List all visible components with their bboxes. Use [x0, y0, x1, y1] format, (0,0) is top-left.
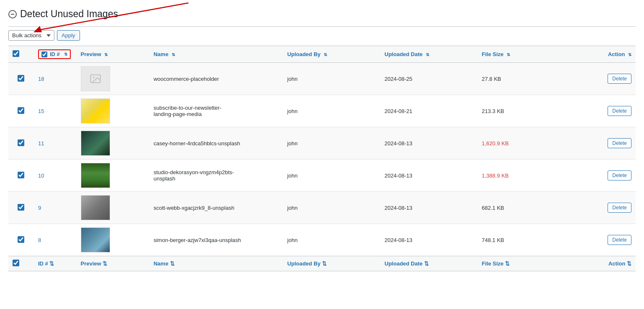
id-link[interactable]: 15	[38, 108, 44, 114]
select-all-checkbox[interactable]	[13, 50, 19, 57]
row-checkbox-cell	[8, 63, 34, 95]
row-id: 8	[34, 224, 77, 256]
row-file-size: 748.1 KB	[478, 224, 575, 256]
row-id: 10	[34, 160, 77, 192]
row-checkbox[interactable]	[18, 107, 24, 114]
footer-preview[interactable]: Preview ⇅	[77, 256, 149, 271]
header-id-checkbox[interactable]	[41, 52, 47, 57]
row-id: 18	[34, 63, 77, 95]
row-name: scott-webb-xgacjzrk9_8-unsplash	[149, 192, 283, 224]
row-checkbox[interactable]	[18, 139, 24, 146]
delete-button[interactable]: Delete	[608, 235, 631, 245]
row-preview	[77, 224, 149, 256]
footer-file-size[interactable]: File Size ⇅	[478, 256, 575, 271]
row-action-cell: Delete	[575, 95, 636, 127]
row-uploaded-date: 2024-08-21	[380, 95, 477, 127]
header-name[interactable]: Name ⇅	[149, 46, 283, 63]
divider	[8, 26, 636, 27]
apply-button[interactable]: Apply	[57, 30, 80, 41]
header-file-size[interactable]: File Size ⇅	[478, 46, 575, 63]
row-id: 11	[34, 127, 77, 160]
id-link[interactable]: 10	[38, 173, 44, 179]
footer-id[interactable]: ID # ⇅	[34, 256, 77, 271]
row-checkbox[interactable]	[18, 172, 24, 178]
row-name: subscribe-to-our-newsletter-landing-page…	[149, 95, 283, 127]
row-preview	[77, 63, 149, 95]
row-action-cell: Delete	[575, 160, 636, 192]
collapse-icon[interactable]	[8, 10, 17, 18]
header-uploaded-date[interactable]: Uploaded Date ⇅	[380, 46, 477, 63]
table-row: 8 simon-berger-azjw7xi3qaa-unsplash john…	[8, 224, 636, 256]
footer-uploaded-by[interactable]: Uploaded By ⇅	[283, 256, 380, 271]
images-table: ID # ⇅ Preview ⇅ Name ⇅ Uploaded By ⇅	[8, 46, 636, 271]
id-link[interactable]: 11	[38, 140, 44, 147]
delete-button[interactable]: Delete	[608, 170, 631, 180]
row-uploaded-by: john	[283, 95, 380, 127]
row-uploaded-by: john	[283, 127, 380, 160]
row-action-cell: Delete	[575, 192, 636, 224]
header-preview[interactable]: Preview ⇅	[77, 46, 149, 63]
delete-button[interactable]: Delete	[608, 203, 631, 213]
row-name: simon-berger-azjw7xi3qaa-unsplash	[149, 224, 283, 256]
row-uploaded-by: john	[283, 224, 380, 256]
page-title: Detect Unused Images	[8, 8, 636, 20]
row-checkbox-cell	[8, 95, 34, 127]
row-uploaded-date: 2024-08-13	[380, 127, 477, 160]
row-checkbox-cell	[8, 160, 34, 192]
row-preview	[77, 160, 149, 192]
delete-button[interactable]: Delete	[608, 138, 631, 148]
preview-image	[81, 227, 110, 252]
row-checkbox-cell	[8, 192, 34, 224]
row-checkbox[interactable]	[18, 204, 24, 211]
table-row: 15 subscribe-to-our-newsletter-landing-p…	[8, 95, 636, 127]
table-row: 18 woocommerce-placeholder john 2024-08-…	[8, 63, 636, 95]
footer-action[interactable]: Action ⇅	[575, 256, 636, 271]
toolbar: Bulk actions Delete Apply	[8, 30, 636, 41]
preview-image	[81, 195, 110, 220]
id-link[interactable]: 18	[38, 76, 44, 82]
row-action-cell: Delete	[575, 63, 636, 95]
footer-name[interactable]: Name ⇅	[149, 256, 283, 271]
table-row: 9 scott-webb-xgacjzrk9_8-unsplash john 2…	[8, 192, 636, 224]
row-checkbox-cell	[8, 224, 34, 256]
header-id[interactable]: ID # ⇅	[34, 46, 77, 63]
row-preview	[77, 192, 149, 224]
row-uploaded-by: john	[283, 63, 380, 95]
row-name: casey-horner-4rdca5hblcs-unsplash	[149, 127, 283, 160]
table-row: 11 casey-horner-4rdca5hblcs-unsplash joh…	[8, 127, 636, 160]
row-action-cell: Delete	[575, 127, 636, 160]
row-uploaded-date: 2024-08-13	[380, 160, 477, 192]
row-uploaded-date: 2024-08-13	[380, 224, 477, 256]
row-checkbox-cell	[8, 127, 34, 160]
row-preview	[77, 127, 149, 160]
footer-uploaded-date[interactable]: Uploaded Date ⇅	[380, 256, 477, 271]
table-row: 10 studio-dekorasyon-vngzm4p2bts-unsplas…	[8, 160, 636, 192]
row-uploaded-date: 2024-08-25	[380, 63, 477, 95]
row-name: woocommerce-placeholder	[149, 63, 283, 95]
bulk-actions-select[interactable]: Bulk actions Delete	[8, 30, 54, 41]
header-action[interactable]: Action ⇅	[575, 46, 636, 63]
preview-placeholder	[81, 66, 110, 91]
row-file-size: 213.3 KB	[478, 95, 575, 127]
preview-image	[81, 98, 110, 124]
header-uploaded-by[interactable]: Uploaded By ⇅	[283, 46, 380, 63]
id-link[interactable]: 9	[38, 205, 41, 211]
row-checkbox[interactable]	[18, 236, 24, 243]
table-footer-row: ID # ⇅ Preview ⇅ Name ⇅ Uploaded By ⇅ Up…	[8, 256, 636, 271]
footer-select-all-checkbox[interactable]	[13, 260, 19, 266]
row-checkbox[interactable]	[18, 75, 24, 82]
row-uploaded-by: john	[283, 192, 380, 224]
id-link[interactable]: 8	[38, 237, 41, 243]
row-uploaded-date: 2024-08-13	[380, 192, 477, 224]
row-name: studio-dekorasyon-vngzm4p2bts-unsplash	[149, 160, 283, 192]
table-header-row: ID # ⇅ Preview ⇅ Name ⇅ Uploaded By ⇅	[8, 46, 636, 63]
row-uploaded-by: john	[283, 160, 380, 192]
row-preview	[77, 95, 149, 127]
row-file-size: 682.1 KB	[478, 192, 575, 224]
delete-button[interactable]: Delete	[608, 106, 631, 116]
row-file-size: 1,388.9 KB	[478, 160, 575, 192]
row-action-cell: Delete	[575, 224, 636, 256]
row-id: 15	[34, 95, 77, 127]
delete-button[interactable]: Delete	[608, 74, 631, 84]
row-id: 9	[34, 192, 77, 224]
